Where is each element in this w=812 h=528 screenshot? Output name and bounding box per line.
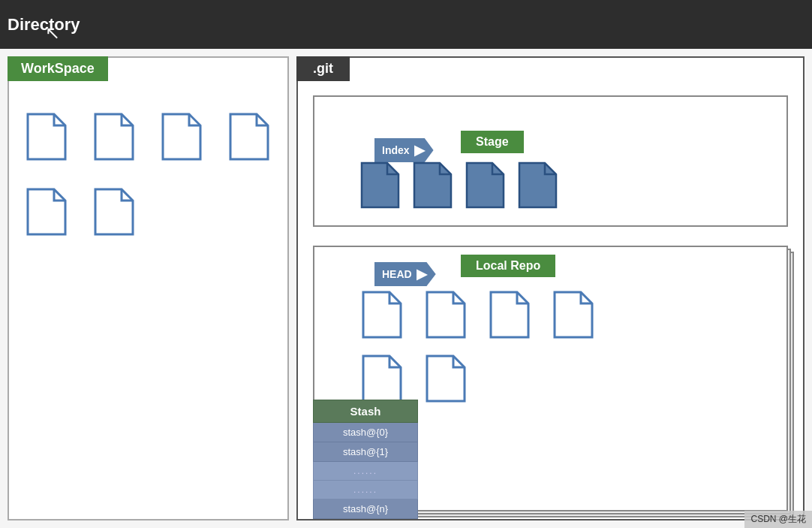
index-arrow-icon: ▶ [414, 142, 425, 158]
top-bar: Directory ↖ [0, 0, 812, 49]
repo-file-2 [423, 288, 468, 341]
repo-file-3 [487, 288, 532, 341]
head-label: HEAD [382, 268, 412, 280]
stage-label: Stage [461, 131, 524, 153]
stage-files [359, 161, 558, 210]
workspace-file-6 [92, 186, 137, 238]
index-arrow: Index ▶ [374, 138, 434, 162]
main-area: WorkSpace [0, 49, 812, 528]
stash-row-1: stash@{1} [313, 442, 418, 462]
index-label: Index [382, 144, 410, 156]
git-label: .git [296, 56, 350, 81]
workspace-file-4 [227, 110, 272, 163]
stash-header: Stash [313, 400, 418, 423]
repo-file-4 [551, 288, 596, 341]
repo-file-6 [423, 352, 468, 405]
stash-row-0: stash@{0} [313, 423, 418, 442]
stage-file-2 [412, 161, 453, 210]
head-arrow-icon: ▶ [417, 266, 427, 282]
repo-file-5 [359, 352, 404, 405]
stash-row-dots-2: ...... [313, 481, 418, 499]
stash-panel: Stash stash@{0} stash@{1} ...... ...... … [313, 400, 418, 519]
workspace-file-1 [24, 110, 69, 163]
watermark: CSDN @生花 [744, 511, 812, 528]
stage-file-1 [359, 161, 401, 210]
workspace-label: WorkSpace [8, 56, 108, 81]
stage-file-4 [517, 161, 558, 210]
stash-row-dots-1: ...... [313, 462, 418, 481]
page-title: Directory [8, 15, 80, 35]
workspace-file-5 [24, 186, 69, 238]
workspace-file-3 [159, 110, 204, 163]
repo-files [359, 288, 611, 412]
head-arrow: HEAD ▶ [374, 262, 436, 286]
repo-file-1 [359, 288, 404, 341]
workspace-files [9, 58, 287, 268]
repo-label: Local Repo [461, 255, 555, 277]
stage-file-3 [465, 161, 506, 210]
stash-row-n: stash@{n} [313, 499, 418, 519]
stage-area: Index ▶ Stage [313, 95, 788, 227]
git-panel: .git Index ▶ Stage [296, 56, 804, 520]
workspace-file-2 [92, 110, 137, 163]
workspace-panel: WorkSpace [8, 56, 289, 520]
